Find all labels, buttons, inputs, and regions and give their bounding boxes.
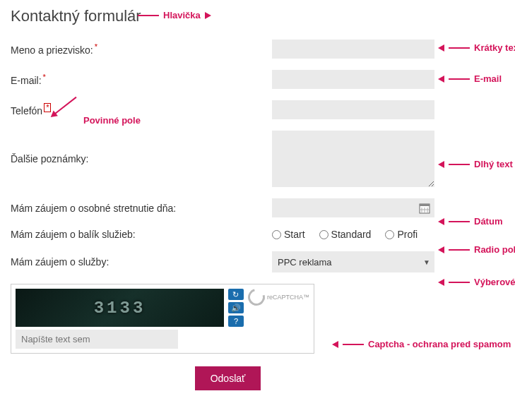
captcha-image: 3133: [16, 289, 224, 327]
calendar-icon[interactable]: [419, 203, 430, 214]
email-input[interactable]: [272, 70, 434, 89]
required-mark: *: [43, 73, 46, 81]
submit-button[interactable]: Odoslať: [195, 366, 261, 390]
label-notes: Ďalšie poznámky:: [11, 153, 272, 164]
radio-start[interactable]: Start: [272, 229, 305, 240]
anno-captcha: Captcha - ochrana pred spamom: [332, 339, 511, 349]
captcha-input[interactable]: [16, 330, 178, 349]
label-services: Mám záujem o služby:: [11, 256, 272, 268]
required-mark-boxed: *: [44, 103, 51, 112]
svg-rect-1: [420, 204, 430, 206]
captcha-refresh-button[interactable]: ↻: [228, 289, 244, 300]
label-name: Meno a priezvisko:*: [11, 42, 272, 56]
captcha-help-button[interactable]: ?: [228, 316, 244, 327]
page-title: Kontaktný formulár: [11, 7, 504, 25]
phone-input[interactable]: [272, 100, 434, 119]
radio-standard[interactable]: Standard: [319, 229, 372, 240]
radio-profi[interactable]: Profi: [385, 229, 418, 240]
name-input[interactable]: [272, 40, 434, 59]
anno-date: Dátum: [438, 216, 502, 227]
label-email: E-mail:*: [11, 73, 272, 86]
date-input[interactable]: [272, 198, 434, 217]
recaptcha-logo: reCAPTCHA™: [248, 289, 309, 306]
label-package: Mám záujem o balík služieb:: [11, 229, 272, 240]
notes-textarea[interactable]: [272, 131, 434, 187]
anno-select: Výberové menu: [438, 277, 515, 287]
label-meeting: Mám záujem o osobné stretnutie dňa:: [11, 203, 272, 214]
services-select[interactable]: PPC reklama: [272, 251, 434, 272]
captcha-audio-button[interactable]: 🔊: [228, 302, 244, 313]
captcha-box: 3133 ↻ 🔊 ? reCAPTCHA™: [11, 284, 314, 354]
required-mark: *: [95, 42, 97, 51]
